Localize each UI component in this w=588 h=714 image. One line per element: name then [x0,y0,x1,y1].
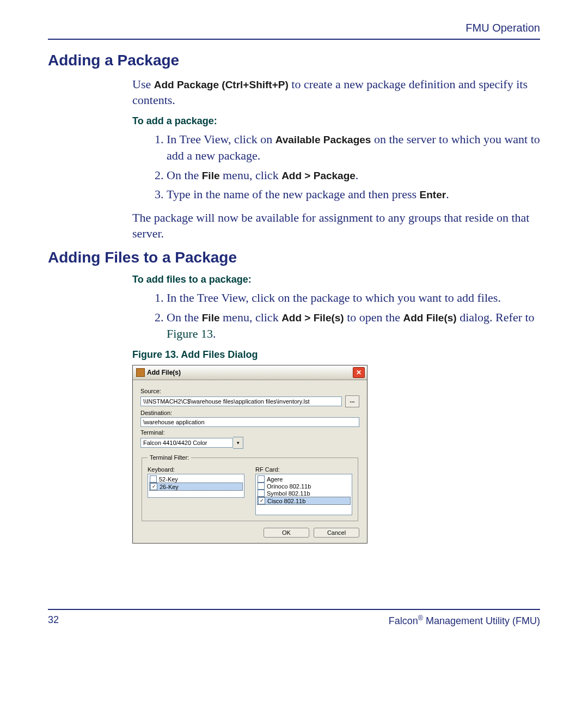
chevron-down-icon: ▾ [237,440,240,446]
dialog-app-icon [136,368,145,377]
steps-list: In Tree View, click on Available Package… [145,131,540,203]
text: Type in the name of the new package and … [167,187,420,201]
list-item[interactable]: ✓26-Key [149,483,243,491]
terminal-filter-group: Terminal Filter: Keyboard: 52-Key✓26-Key… [142,454,358,521]
text: to open the [344,310,403,324]
text: . [213,327,216,340]
checkbox-icon[interactable] [258,490,265,497]
checkbox-icon[interactable]: ✓ [150,483,157,490]
step-item: Type in the name of the new package and … [167,186,540,203]
destination-input[interactable] [140,417,359,427]
keyboard-label: Keyboard: [148,466,244,473]
source-input[interactable] [140,396,342,406]
figure-reference: Figure 13 [167,327,213,340]
source-label: Source: [140,388,359,394]
checkbox-icon[interactable]: ✓ [258,497,265,504]
header-rule [48,39,540,40]
figure-caption: Figure 13. Add Files Dialog [132,349,540,361]
header-section-label: FMU Operation [48,22,540,34]
ui-term: File [202,312,220,324]
text: menu, click [220,310,282,324]
outro-paragraph: The package will now be available for as… [132,210,540,241]
cancel-button[interactable]: Cancel [314,528,359,538]
registered-icon: ® [418,614,423,622]
close-button[interactable]: ✕ [353,367,365,378]
list-item-label: 52-Key [159,476,178,483]
checkbox-icon[interactable] [150,475,157,483]
page-footer: 32 Falcon® Management Utility (FMU) [48,609,540,627]
list-item-label: 26-Key [160,484,179,490]
ui-term: Add File(s) [403,312,456,324]
keyboard-listbox[interactable]: 52-Key✓26-Key [148,474,244,498]
list-item[interactable]: 52-Key [149,475,243,483]
intro-paragraph: Use Add Package (Ctrl+Shift+P) to create… [132,77,540,108]
ui-term: File [202,170,220,181]
ui-term-add-package: Add Package (Ctrl+Shift+P) [154,79,289,90]
rfcard-label: RF Card: [255,466,352,473]
list-item-label: Cisco 802.11b [267,498,305,504]
text: . [356,168,359,182]
text: On the [167,168,202,182]
section-title-adding-files: Adding Files to a Package [48,249,540,266]
list-item-label: Orinoco 802.11b [267,483,311,490]
list-item-label: Agere [267,476,283,483]
steps-list: In the Tree View, click on the package t… [145,290,540,341]
ui-term: Available Packages [275,134,371,145]
step-item: On the File menu, click Add > File(s) to… [167,309,540,341]
add-files-dialog: Add File(s) ✕ Source: ... Destination: T… [132,365,367,544]
step-item: In Tree View, click on Available Package… [167,131,540,163]
list-item[interactable]: Agere [257,475,351,483]
text: On the [167,310,202,324]
procedure-heading-add-files: To add files to a package: [132,274,540,285]
checkbox-icon[interactable] [258,483,265,490]
destination-label: Destination: [140,410,359,416]
step-item: In the Tree View, click on the package t… [167,290,540,306]
section-title-adding-package: Adding a Package [48,52,540,69]
text: Falcon [389,615,418,626]
step-item: On the File menu, click Add > Package. [167,167,540,184]
terminal-select[interactable] [140,438,233,448]
page-number: 32 [48,614,59,627]
list-item[interactable]: ✓Cisco 802.11b [257,497,351,505]
procedure-heading-add-package: To add a package: [132,115,540,127]
dialog-title: Add File(s) [147,369,181,376]
ui-term: Add > Package [281,170,356,181]
browse-button[interactable]: ... [345,395,359,407]
ui-term: Add > File(s) [281,312,344,324]
close-icon: ✕ [356,369,362,376]
text: . [446,187,449,201]
text: Use [132,77,154,91]
text: In Tree View, click on [167,132,275,146]
list-item-label: Symbol 802.11b [267,490,310,497]
terminal-label: Terminal: [140,429,359,436]
checkbox-icon[interactable] [258,475,265,483]
ui-term: Enter [420,189,446,200]
product-name: Falcon® Management Utility (FMU) [389,614,540,627]
list-item[interactable]: Orinoco 802.11b [257,483,351,490]
list-item[interactable]: Symbol 802.11b [257,490,351,497]
terminal-dropdown-button[interactable]: ▾ [233,437,243,449]
text: dialog. Refer to [457,310,535,324]
ok-button[interactable]: OK [264,528,309,538]
dialog-titlebar: Add File(s) ✕ [133,365,367,380]
text: Management Utility (FMU) [423,615,540,626]
terminal-filter-legend: Terminal Filter: [148,454,191,461]
rfcard-listbox[interactable]: AgereOrinoco 802.11bSymbol 802.11b✓Cisco… [255,474,352,515]
text: menu, click [220,168,282,182]
